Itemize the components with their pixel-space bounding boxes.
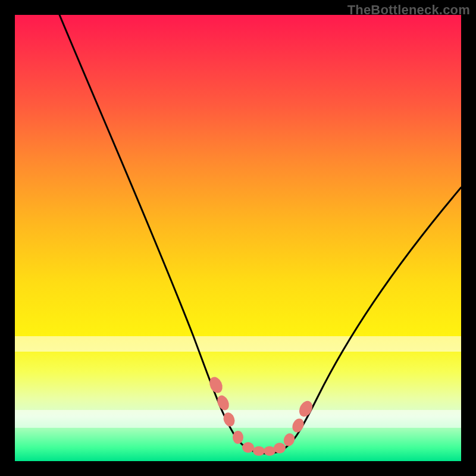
plot-area — [15, 15, 461, 461]
watermark-text: TheBottleneck.com — [347, 2, 470, 18]
curve-marker — [253, 446, 265, 456]
highlight-band-upper — [15, 336, 461, 352]
curve-marker — [274, 443, 286, 453]
curve-marker — [233, 431, 243, 444]
highlight-band-lower — [15, 410, 461, 428]
chart-frame: TheBottleneck.com — [0, 0, 476, 476]
bottleneck-curve — [15, 15, 461, 461]
curve-marker — [282, 432, 296, 448]
curve-marker — [242, 442, 254, 453]
curve-marker — [264, 446, 275, 456]
curve-path — [60, 15, 461, 453]
curve-marker — [207, 375, 225, 395]
